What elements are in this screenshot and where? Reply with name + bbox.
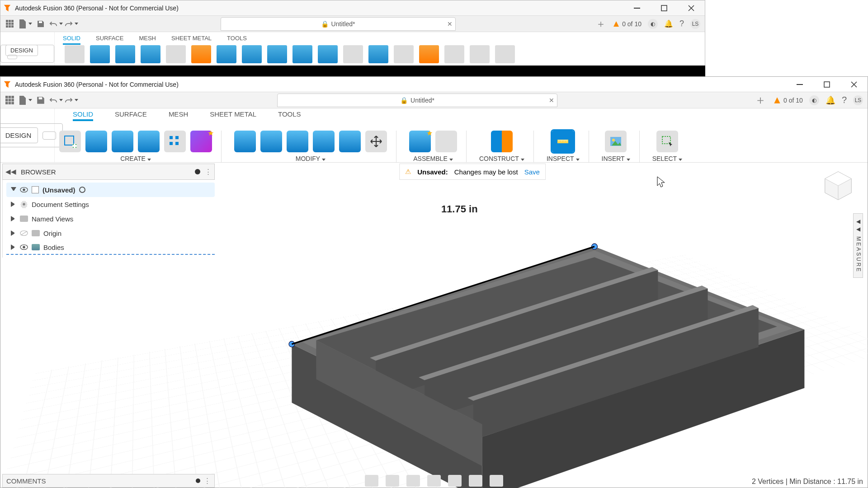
save-icon[interactable] [34,94,47,107]
tab-surface[interactable]: SURFACE [115,110,147,121]
tab-mesh[interactable]: MESH [169,110,188,121]
browser-collapse-icon[interactable]: ◀◀ [5,168,16,176]
expand-icon[interactable] [11,202,16,207]
user-avatar[interactable]: LS [690,19,700,29]
expand-icon[interactable] [11,187,16,192]
cylinder-icon[interactable] [112,131,133,152]
select-icon[interactable] [495,45,515,63]
orbit-icon[interactable] [365,475,378,487]
display-icon[interactable] [448,475,462,487]
fillet-ribbon-icon[interactable] [260,131,282,152]
measure-side-tab[interactable]: ◀◀ MEASURE [853,213,863,278]
box-icon[interactable] [85,131,107,152]
new-tab-icon[interactable]: ＋ [755,92,766,108]
close-button[interactable] [683,2,699,14]
joint-icon[interactable] [394,45,414,63]
help-icon[interactable]: ? [842,95,847,105]
select-ribbon-icon[interactable] [656,131,678,152]
pattern-icon[interactable] [164,131,186,152]
combine-ribbon-icon[interactable] [313,131,335,152]
pan-icon[interactable] [386,475,399,487]
extensions-counter[interactable]: 0 of 10 [773,96,803,105]
notifications-icon[interactable]: 🔔 [826,95,835,105]
tab-solid[interactable]: SOLID [73,110,93,121]
job-status-icon[interactable]: ◐ [809,95,819,105]
pattern-icon[interactable] [166,45,186,63]
minimize-button[interactable] [792,78,808,91]
new-tab-icon[interactable]: ＋ [596,17,606,31]
extensions-counter[interactable]: 0 of 10 [612,20,642,28]
insert-icon[interactable] [470,45,490,63]
create-sketch-icon[interactable] [59,131,81,152]
close-button[interactable] [846,78,862,91]
align-icon[interactable] [339,131,361,152]
file-menu-icon[interactable] [19,94,32,107]
view-cube[interactable] [821,168,856,203]
comments-settings-icon[interactable] [196,479,200,483]
model-canvas[interactable]: 11.75 in ⚠ Unsaved: Changes may be lost … [82,164,863,474]
new-component-icon[interactable]: ★ [409,131,431,152]
construct-plane-icon[interactable] [491,131,513,152]
tab-surface[interactable]: SURFACE [96,35,123,42]
workspace-switcher[interactable]: DESIGN [0,32,55,66]
tab-close-icon[interactable]: ✕ [447,20,453,28]
expand-icon[interactable] [11,216,16,221]
split-icon[interactable] [318,45,338,63]
visibility-icon[interactable] [20,187,28,193]
fit-icon[interactable] [427,475,441,487]
file-menu-icon[interactable] [19,17,32,31]
help-icon[interactable]: ? [679,19,684,28]
redo-icon[interactable] [65,94,78,107]
data-panel-icon[interactable] [3,17,17,31]
move-icon[interactable] [343,45,363,63]
minimize-button[interactable] [629,2,645,14]
data-panel-icon[interactable] [3,94,17,107]
tab-sheet-metal[interactable]: SHEET METAL [171,35,212,42]
assemble-icon[interactable] [368,45,388,63]
expand-icon[interactable] [11,230,16,236]
maximize-button[interactable] [819,78,835,91]
measure-icon[interactable] [444,45,464,63]
document-tab[interactable]: 🔒 Untitled* ✕ [221,17,456,31]
notifications-icon[interactable]: 🔔 [664,19,673,28]
comments-panel-header[interactable]: COMMENTS ⋮ [2,474,215,488]
combine-icon[interactable] [292,45,312,63]
workspace-switcher[interactable]: DESIGN [0,108,55,162]
shell-ribbon-icon[interactable] [287,131,308,152]
tab-tools[interactable]: TOOLS [278,110,301,121]
save-link[interactable]: Save [524,168,540,176]
save-icon[interactable] [34,17,47,31]
zoom-icon[interactable] [406,475,420,487]
torus-icon[interactable] [138,131,160,152]
viewport-icon[interactable] [490,475,503,487]
user-avatar[interactable]: LS [853,95,863,105]
fillet-icon[interactable] [242,45,262,63]
tab-mesh[interactable]: MESH [139,35,156,42]
joint-ribbon-icon[interactable] [435,131,457,152]
tab-sheet-metal[interactable]: SHEET METAL [210,110,256,121]
comments-grip-icon[interactable]: ⋮ [204,477,211,485]
presspull-icon[interactable] [217,45,236,63]
sketch-icon[interactable] [65,45,85,63]
extrude-icon[interactable] [90,45,110,63]
undo-icon[interactable] [49,17,63,31]
emboss-icon[interactable] [191,45,211,63]
insert-decal-icon[interactable] [605,131,627,152]
redo-icon[interactable] [65,17,78,31]
visibility-icon[interactable] [20,244,28,250]
hole-icon[interactable] [141,45,160,63]
move-copy-icon[interactable] [365,131,387,152]
job-status-icon[interactable]: ◐ [648,19,658,29]
visibility-off-icon[interactable] [20,230,28,236]
undo-icon[interactable] [49,94,63,107]
revolve-icon[interactable] [115,45,135,63]
shell-icon[interactable] [267,45,287,63]
expand-icon[interactable] [11,244,16,250]
form-icon[interactable]: ★ [190,131,212,152]
inspect-measure-icon[interactable] [552,131,574,152]
grid-settings-icon[interactable] [469,475,482,487]
construct-icon[interactable] [419,45,439,63]
press-pull-icon[interactable] [234,131,256,152]
tab-close-icon[interactable]: ✕ [549,97,554,104]
document-tab[interactable]: 🔒 Untitled* ✕ [277,94,557,107]
